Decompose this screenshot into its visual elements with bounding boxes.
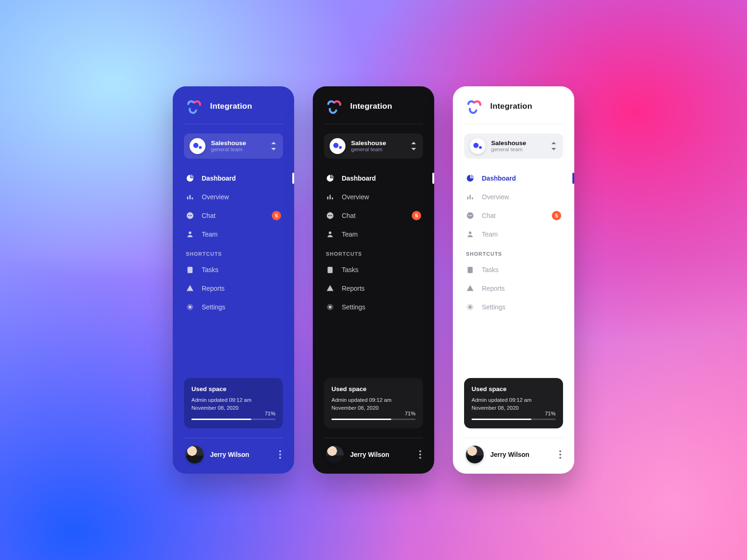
nav-label: Chat: [482, 212, 496, 219]
avatar: [186, 446, 204, 463]
nav-item-chat[interactable]: Chat 5: [324, 206, 423, 225]
more-vertical-icon[interactable]: [419, 450, 421, 459]
nav-item-settings[interactable]: Settings: [324, 298, 423, 316]
org-subtitle: general team: [211, 147, 246, 153]
used-space-percent: 71%: [545, 411, 556, 416]
org-subtitle: general team: [491, 147, 526, 153]
nav-item-dashboard[interactable]: Dashboard: [184, 169, 283, 188]
svg-point-18: [329, 231, 331, 234]
nav-shortcuts: Tasks Reports Settings: [173, 260, 294, 316]
nav-item-settings[interactable]: Settings: [464, 298, 563, 316]
sidebar-panel-dark: Integration Saleshouse general team Dash…: [313, 86, 434, 474]
svg-rect-0: [187, 196, 189, 199]
nav-item-overview[interactable]: Overview: [184, 188, 283, 206]
svg-point-16: [330, 215, 331, 216]
progress-fill: [191, 419, 251, 420]
nav-item-settings[interactable]: Settings: [184, 298, 283, 316]
used-space-percent: 71%: [265, 411, 275, 416]
progress-bar: [472, 419, 556, 420]
nav-item-tasks[interactable]: Tasks: [464, 260, 563, 279]
nav-item-chat[interactable]: Chat 5: [184, 206, 283, 225]
user-name: Jerry Wilson: [350, 451, 389, 458]
gear-icon: [326, 303, 334, 311]
svg-point-27: [471, 215, 472, 216]
nav-item-team[interactable]: Team: [324, 225, 423, 244]
nav-shortcuts: Tasks Reports Settings: [453, 260, 574, 316]
sidebar-panel-light: Integration Saleshouse general team Dash…: [453, 86, 574, 474]
svg-rect-13: [332, 197, 333, 200]
nav-label: Reports: [202, 285, 225, 292]
nav-item-tasks[interactable]: Tasks: [184, 260, 283, 279]
active-marker: [572, 173, 574, 184]
org-name: Saleshouse: [211, 140, 246, 147]
app-logo-icon: [186, 98, 202, 114]
nav-primary: Dashboard Overview Chat 5 Team: [313, 169, 434, 244]
chevron-up-down-icon: [410, 141, 417, 151]
pie-chart-icon: [326, 174, 334, 182]
nav-item-overview[interactable]: Overview: [324, 188, 423, 206]
user-row[interactable]: Jerry Wilson: [453, 446, 574, 463]
org-selector[interactable]: Saleshouse general team: [324, 133, 423, 159]
org-selector[interactable]: Saleshouse general team: [184, 133, 283, 159]
app-logo-icon: [326, 98, 342, 114]
bar-chart-icon: [186, 193, 194, 201]
more-vertical-icon[interactable]: [559, 450, 561, 459]
org-selector[interactable]: Saleshouse general team: [464, 133, 563, 159]
chat-badge: 5: [272, 211, 281, 220]
nav-label: Team: [482, 231, 498, 238]
chevron-up-down-icon: [550, 141, 557, 151]
svg-rect-1: [190, 195, 191, 200]
nav-label: Dashboard: [202, 175, 236, 182]
svg-point-15: [328, 215, 329, 216]
chat-badge: 5: [412, 211, 421, 220]
divider: [464, 124, 563, 124]
sidebar-panel-blue: Integration Saleshouse general team Dash…: [173, 86, 294, 474]
org-name: Saleshouse: [351, 140, 386, 147]
nav-item-tasks[interactable]: Tasks: [324, 260, 423, 279]
svg-rect-12: [330, 195, 331, 200]
nav-item-team[interactable]: Team: [464, 225, 563, 244]
used-space-card: Used space Admin updated 09:12 am Novemb…: [324, 378, 423, 429]
nav-item-dashboard[interactable]: Dashboard: [324, 169, 423, 188]
header: Integration: [173, 98, 294, 124]
nav-item-overview[interactable]: Overview: [464, 188, 563, 206]
used-space-percent: 71%: [405, 411, 416, 416]
warning-icon: [466, 284, 474, 293]
user-name: Jerry Wilson: [210, 451, 249, 458]
chat-icon: [186, 211, 194, 220]
user-row[interactable]: Jerry Wilson: [173, 446, 294, 463]
user-row[interactable]: Jerry Wilson: [313, 446, 434, 463]
shortcuts-heading: SHORTCUTS: [453, 244, 574, 260]
svg-point-25: [468, 215, 469, 216]
active-marker: [432, 173, 434, 184]
gear-icon: [186, 303, 194, 311]
used-space-title: Used space: [472, 385, 556, 392]
nav-label: Overview: [202, 193, 229, 201]
svg-point-4: [188, 215, 189, 216]
shortcuts-heading: SHORTCUTS: [173, 244, 294, 260]
used-space-card: Used space Admin updated 09:12 am Novemb…: [464, 378, 563, 429]
nav-label: Chat: [202, 212, 216, 219]
used-space-line2: November 08, 2020: [472, 404, 556, 412]
nav-primary: Dashboard Overview Chat5 Team: [453, 169, 574, 244]
nav-item-reports[interactable]: Reports: [184, 279, 283, 298]
nav-item-chat[interactable]: Chat5: [464, 206, 563, 225]
nav-label: Dashboard: [482, 175, 516, 182]
nav-label: Tasks: [482, 266, 499, 273]
app-title: Integration: [490, 102, 532, 111]
nav-label: Team: [202, 231, 218, 238]
svg-point-5: [190, 215, 190, 216]
svg-point-7: [189, 231, 191, 234]
nav-item-reports[interactable]: Reports: [464, 279, 563, 298]
more-vertical-icon[interactable]: [279, 450, 281, 459]
user-icon: [326, 230, 334, 238]
nav-item-reports[interactable]: Reports: [324, 279, 423, 298]
clipboard-icon: [466, 266, 474, 274]
svg-rect-8: [188, 267, 193, 273]
nav-item-team[interactable]: Team: [184, 225, 283, 244]
svg-point-26: [470, 215, 471, 216]
divider: [184, 124, 283, 124]
nav-label: Overview: [342, 193, 369, 201]
nav-label: Team: [342, 231, 358, 238]
nav-item-dashboard[interactable]: Dashboard: [464, 169, 563, 188]
